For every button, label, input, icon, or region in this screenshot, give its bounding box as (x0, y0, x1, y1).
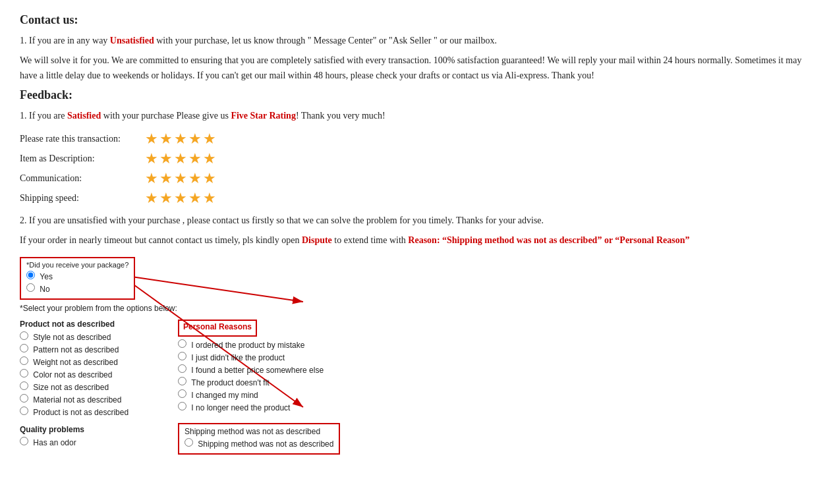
dispute-word: Dispute (302, 235, 332, 245)
radio-yes[interactable] (26, 271, 35, 279)
right-opt-3-label: The product doesn't fit (191, 378, 269, 387)
right-option-3[interactable]: The product doesn't fit (178, 377, 340, 387)
radio-no-group[interactable]: No (26, 283, 128, 294)
dispute-middle: to extend time with (332, 235, 408, 245)
shipping-opt-label: Shipping method was not as described (198, 439, 333, 449)
select-problem-text: *Select your problem from the options be… (20, 304, 807, 313)
right-option-2[interactable]: I found a better price somewhere else (178, 364, 340, 375)
screenshot-area: *Did you receive your package? Yes No *S… (20, 257, 807, 455)
rating-row-description: Item as Description: ★★★★★ (20, 150, 807, 167)
right-option-5[interactable]: I no longer need the product (178, 402, 340, 412)
right-opt-5-label: I no longer need the product (191, 403, 290, 412)
feedback-five-star: Five Star Rating (231, 111, 296, 121)
ratings-container: Please rate this transaction: ★★★★★ Item… (20, 130, 807, 207)
quality-opt-0-label: Has an odor (33, 438, 76, 447)
feedback-item2: 2. If you are unsatisfied with your purc… (20, 213, 807, 228)
feedback-section: Feedback: 1. If you are Satisfied with y… (20, 88, 807, 248)
dispute-text: If your order in nearly timeout but cann… (20, 233, 807, 248)
rating-label-shipping: Shipping speed: (20, 193, 145, 204)
no-label: No (40, 285, 49, 294)
contact-section: Contact us: 1. If you are in any way Uns… (20, 13, 807, 83)
stars-transaction: ★★★★★ (145, 130, 217, 148)
left-opt-3-label: Color not as described (33, 370, 112, 379)
dispute-prefix: If your order in nearly timeout but cann… (20, 235, 302, 245)
question-text: *Did you receive your package? (26, 261, 128, 269)
stars-description: ★★★★★ (145, 150, 217, 167)
shipping-method-box: Shipping method was not as described Shi… (178, 423, 340, 455)
rating-row-transaction: Please rate this transaction: ★★★★★ (20, 130, 807, 148)
right-opt-0-label: I ordered the product by mistake (191, 341, 304, 350)
feedback-item1: 1. If you are Satisfied with your purcha… (20, 109, 807, 123)
contact-item1-suffix: with your purchase, let us know through … (154, 36, 497, 45)
rating-row-communication: Communication: ★★★★★ (20, 170, 807, 187)
left-opt-4-label: Size not as described (33, 383, 109, 392)
left-opt-1-label: Pattern not as described (33, 345, 119, 354)
rating-label-transaction: Please rate this transaction: (20, 134, 145, 144)
left-option-1[interactable]: Pattern not as described (20, 344, 152, 354)
right-option-0[interactable]: I ordered the product by mistake (178, 339, 340, 350)
columns-area: Product not as described Style not as de… (20, 320, 807, 455)
left-option-2[interactable]: Weight not as described (20, 356, 152, 367)
feedback-item1-middle: with your purchase Please give us (101, 111, 231, 121)
shipping-option[interactable]: Shipping method was not as described (185, 438, 333, 449)
left-opt-5-label: Material not as described (33, 395, 121, 405)
contact-title: Contact us: (20, 13, 807, 27)
left-option-6[interactable]: Product is not as described (20, 406, 152, 417)
left-opt-6-label: Product is not as described (33, 408, 128, 417)
question-box: *Did you receive your package? Yes No (20, 257, 135, 300)
quality-title: Quality problems (20, 425, 152, 434)
radio-no[interactable] (26, 283, 35, 292)
stars-shipping: ★★★★★ (145, 190, 217, 207)
contact-item1-prefix: 1. If you are in any way (20, 36, 110, 45)
left-option-5[interactable]: Material not as described (20, 394, 152, 405)
quality-option-0[interactable]: Has an odor (20, 437, 152, 447)
stars-communication: ★★★★★ (145, 170, 217, 187)
left-option-0[interactable]: Style not as described (20, 331, 152, 342)
left-option-4[interactable]: Size not as described (20, 381, 152, 392)
rating-label-communication: Communication: (20, 173, 145, 184)
right-opt-1-label: I just didn't like the product (191, 353, 285, 362)
feedback-satisfied: Satisfied (67, 111, 101, 121)
right-column: Personal Reasons I ordered the product b… (178, 320, 340, 455)
feedback-item1-prefix: 1. If you are (20, 111, 67, 121)
left-col-title: Product not as described (20, 320, 152, 329)
left-option-3[interactable]: Color not as described (20, 369, 152, 379)
rating-row-shipping: Shipping speed: ★★★★★ (20, 190, 807, 207)
radio-yes-group[interactable]: Yes (26, 271, 128, 281)
left-opt-2-label: Weight not as described (33, 358, 118, 367)
rating-label-description: Item as Description: (20, 154, 145, 164)
left-column: Product not as described Style not as de… (20, 320, 152, 455)
yes-label: Yes (40, 272, 53, 281)
feedback-item1-suffix: ! Thank you very much! (296, 111, 385, 121)
feedback-title: Feedback: (20, 88, 807, 102)
right-option-4[interactable]: I changed my mind (178, 389, 340, 400)
right-option-1[interactable]: I just didn't like the product (178, 352, 340, 362)
shipping-box-title: Shipping method was not as described (185, 427, 333, 436)
contact-unsatisfied: Unsatisfied (110, 36, 154, 45)
left-opt-0-label: Style not as described (33, 333, 111, 342)
contact-item2: We will solve it for you. We are committ… (20, 53, 807, 83)
contact-item1: 1. If you are in any way Unsatisfied wit… (20, 34, 807, 48)
right-opt-2-label: I found a better price somewhere else (191, 366, 324, 375)
right-opt-4-label: I changed my mind (191, 391, 258, 400)
right-col-title: Personal Reasons (183, 322, 252, 331)
dispute-reason: Reason: “Shipping method was not as desc… (408, 235, 689, 245)
personal-reasons-box: Personal Reasons (178, 320, 257, 337)
